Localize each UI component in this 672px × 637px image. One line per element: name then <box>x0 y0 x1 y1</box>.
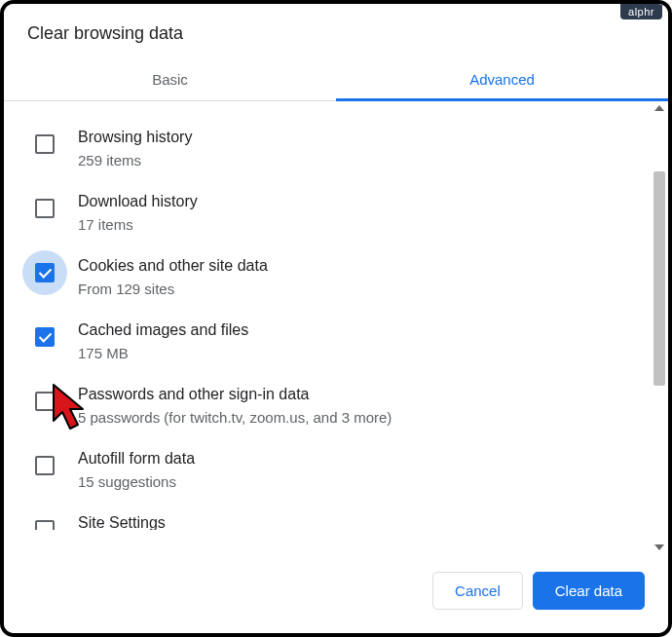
checkbox-passwords[interactable] <box>35 392 55 411</box>
item-text: Cookies and other site data From 129 sit… <box>64 251 631 300</box>
checkbox-wrap <box>25 253 64 292</box>
item-sub: 5 passwords (for twitch.tv, zoom.us, and… <box>78 407 631 429</box>
item-sub: 17 items <box>78 214 631 236</box>
item-text: Browsing history 259 items <box>64 123 631 171</box>
item-sub: 259 items <box>78 150 631 171</box>
item-browsing-history: Browsing history 259 items <box>4 115 651 179</box>
scroll-down-icon[interactable] <box>654 544 664 550</box>
checkbox-autofill[interactable] <box>35 456 55 475</box>
tab-basic[interactable]: Basic <box>4 57 336 100</box>
item-text: Autofill form data 15 suggestions <box>64 444 631 493</box>
item-text: Passwords and other sign-in data 5 passw… <box>64 380 631 429</box>
item-label: Autofill form data <box>78 448 631 469</box>
item-label: Site Settings <box>78 512 631 530</box>
checkbox-site-settings[interactable] <box>35 520 55 530</box>
cancel-button[interactable]: Cancel <box>432 572 523 610</box>
item-cached-images: Cached images and files 175 MB <box>4 308 651 372</box>
clear-browsing-data-dialog: Clear browsing data Basic Advanced Brows… <box>4 4 668 633</box>
clear-data-button[interactable]: Clear data <box>533 572 645 610</box>
watermark-badge: alphr <box>620 4 662 19</box>
item-sub: 15 suggestions <box>78 471 631 493</box>
checkbox-wrap <box>25 318 64 356</box>
item-autofill: Autofill form data 15 suggestions <box>4 436 651 501</box>
checkbox-wrap <box>25 510 64 530</box>
item-text: Cached images and files 175 MB <box>64 316 631 364</box>
checkbox-browsing-history[interactable] <box>35 134 55 154</box>
scroll-area: Browsing history 259 items Download hist… <box>4 101 651 556</box>
checkbox-cached-images[interactable] <box>35 327 55 347</box>
item-passwords: Passwords and other sign-in data 5 passw… <box>4 372 651 436</box>
item-label: Download history <box>78 191 631 212</box>
tab-advanced[interactable]: Advanced <box>336 57 668 100</box>
dialog-title: Clear browsing data <box>4 4 668 57</box>
checkbox-cookies[interactable] <box>35 263 55 282</box>
item-label: Browsing history <box>78 127 631 148</box>
checkbox-wrap <box>25 125 64 164</box>
item-cookies: Cookies and other site data From 129 sit… <box>4 244 651 308</box>
scroll-thumb[interactable] <box>653 171 665 386</box>
checkbox-wrap <box>25 189 64 228</box>
item-download-history: Download history 17 items <box>4 179 651 244</box>
scroll-up-icon[interactable] <box>654 105 664 111</box>
item-sub: 175 MB <box>78 343 631 364</box>
tab-bar: Basic Advanced <box>4 57 668 101</box>
checkbox-download-history[interactable] <box>35 199 55 218</box>
dialog-footer: Cancel Clear data <box>4 556 668 633</box>
item-text: Site Settings 7 sites <box>64 508 631 530</box>
item-site-settings: Site Settings 7 sites <box>4 501 651 530</box>
item-sub: From 129 sites <box>78 279 631 300</box>
item-text: Download history 17 items <box>64 187 631 236</box>
checkbox-wrap <box>25 382 64 421</box>
item-label: Cached images and files <box>78 319 631 341</box>
content-area: Browsing history 259 items Download hist… <box>4 101 668 556</box>
checkbox-wrap <box>25 446 64 485</box>
item-label: Cookies and other site data <box>78 255 631 277</box>
item-label: Passwords and other sign-in data <box>78 384 631 405</box>
scrollbar[interactable] <box>653 103 666 554</box>
